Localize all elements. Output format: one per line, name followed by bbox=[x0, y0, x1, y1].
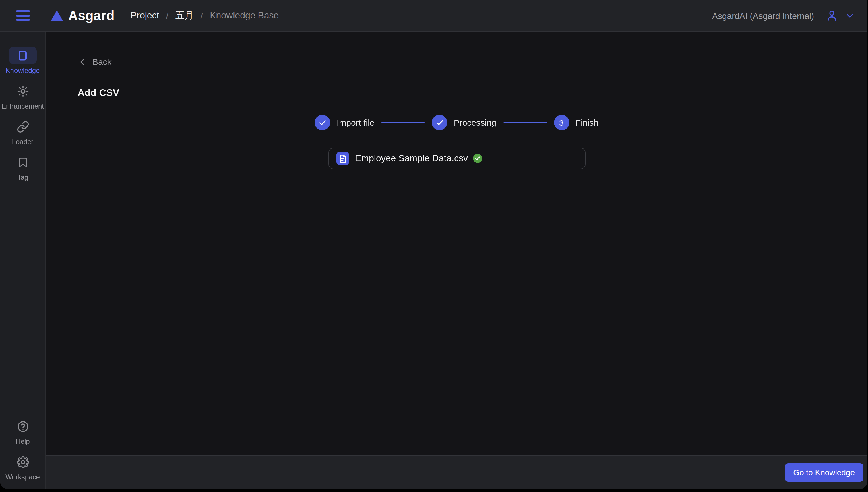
account-label: AsgardAI (Asgard Internal) bbox=[712, 10, 814, 20]
page-title: Add CSV bbox=[77, 87, 836, 99]
step-connector bbox=[381, 122, 425, 123]
check-icon bbox=[319, 119, 327, 127]
step-finish: 3 Finish bbox=[554, 115, 598, 130]
step-check-circle bbox=[432, 115, 447, 130]
sidebar-item-label: Tag bbox=[17, 173, 28, 181]
help-circle-icon bbox=[9, 417, 36, 435]
sidebar-item-tag[interactable]: Tag bbox=[0, 153, 46, 181]
step-number-circle: 3 bbox=[554, 115, 569, 130]
breadcrumb-item-current: Knowledge Base bbox=[210, 10, 279, 21]
footer-bar: Go to Knowledge bbox=[46, 455, 867, 489]
body-row: Knowledge Enhancement bbox=[0, 31, 867, 489]
breadcrumb: Project / 五月 / Knowledge Base bbox=[131, 9, 279, 22]
sidebar-item-workspace[interactable]: Workspace bbox=[0, 453, 46, 481]
sidebar-item-label: Loader bbox=[12, 138, 33, 146]
chevron-down-icon bbox=[845, 10, 855, 20]
step-label: Processing bbox=[454, 118, 496, 127]
step-label: Finish bbox=[575, 118, 598, 127]
sidebar-item-label: Enhancement bbox=[1, 102, 44, 110]
file-name: Employee Sample Data.csv bbox=[355, 153, 468, 164]
main-content: Back Add CSV Import file bbox=[46, 31, 867, 455]
breadcrumb-item-project[interactable]: Project bbox=[131, 10, 159, 21]
step-import-file: Import file bbox=[315, 115, 375, 130]
breadcrumb-separator: / bbox=[201, 10, 203, 20]
sidebar-item-knowledge[interactable]: Knowledge bbox=[0, 47, 46, 75]
screen: Asgard Project / 五月 / Knowledge Base Asg… bbox=[0, 0, 868, 492]
sidebar-item-label: Workspace bbox=[5, 473, 40, 481]
back-button[interactable]: Back bbox=[77, 57, 111, 67]
sidebar-item-loader[interactable]: Loader bbox=[0, 118, 46, 146]
top-bar: Asgard Project / 五月 / Knowledge Base Asg… bbox=[0, 0, 867, 31]
sidebar: Knowledge Enhancement bbox=[0, 31, 46, 489]
sidebar-item-label: Help bbox=[16, 438, 30, 445]
breadcrumb-separator: / bbox=[166, 10, 169, 20]
success-check-icon bbox=[473, 154, 482, 163]
bookmark-icon bbox=[9, 153, 36, 171]
sidebar-item-enhancement[interactable]: Enhancement bbox=[0, 82, 46, 110]
go-to-knowledge-button[interactable]: Go to Knowledge bbox=[785, 463, 863, 482]
user-icon bbox=[825, 9, 838, 22]
step-connector bbox=[503, 122, 547, 123]
main-column: Back Add CSV Import file bbox=[46, 31, 867, 489]
step-processing: Processing bbox=[432, 115, 496, 130]
link-icon bbox=[9, 118, 36, 136]
sidebar-item-label: Knowledge bbox=[6, 67, 40, 75]
app-window: Asgard Project / 五月 / Knowledge Base Asg… bbox=[0, 0, 867, 489]
file-card: Employee Sample Data.csv bbox=[328, 148, 585, 169]
csv-file-icon bbox=[336, 152, 349, 165]
brand-name: Asgard bbox=[68, 8, 115, 23]
back-label: Back bbox=[93, 57, 111, 67]
step-label: Import file bbox=[337, 118, 375, 127]
hamburger-icon bbox=[16, 10, 30, 12]
chevron-left-icon bbox=[77, 57, 87, 66]
sidebar-item-help[interactable]: Help bbox=[0, 417, 46, 445]
account-menu[interactable]: AsgardAI (Asgard Internal) bbox=[712, 9, 855, 22]
breadcrumb-item-project-name[interactable]: 五月 bbox=[175, 9, 194, 22]
sun-icon bbox=[9, 82, 36, 100]
triangle-logo-icon bbox=[51, 10, 63, 21]
step-check-circle bbox=[315, 115, 330, 130]
book-icon bbox=[9, 47, 36, 64]
stepper: Import file Processing 3 Finish bbox=[77, 115, 836, 130]
hamburger-menu-button[interactable] bbox=[16, 10, 30, 21]
brand-logo[interactable]: Asgard bbox=[51, 8, 115, 23]
check-icon bbox=[436, 119, 444, 127]
gear-icon bbox=[9, 453, 36, 471]
